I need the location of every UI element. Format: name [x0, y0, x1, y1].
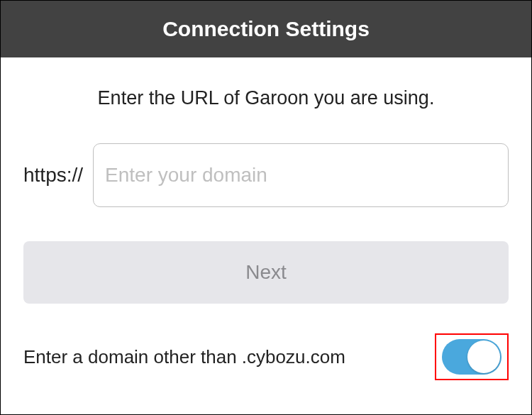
url-input-row: https:// — [23, 143, 509, 207]
next-button[interactable]: Next — [23, 241, 509, 304]
toggle-knob — [467, 341, 500, 373]
instruction-text: Enter the URL of Garoon you are using. — [23, 87, 509, 109]
protocol-label: https:// — [23, 164, 83, 187]
domain-input[interactable] — [93, 143, 509, 207]
page-title: Connection Settings — [162, 17, 370, 40]
toggle-label: Enter a domain other than .cybozu.com — [23, 346, 345, 368]
toggle-highlight-box — [435, 333, 509, 380]
content-area: Enter the URL of Garoon you are using. h… — [1, 87, 531, 380]
toggle-row: Enter a domain other than .cybozu.com — [23, 333, 509, 380]
other-domain-toggle[interactable] — [442, 339, 501, 375]
page-header: Connection Settings — [1, 1, 531, 57]
